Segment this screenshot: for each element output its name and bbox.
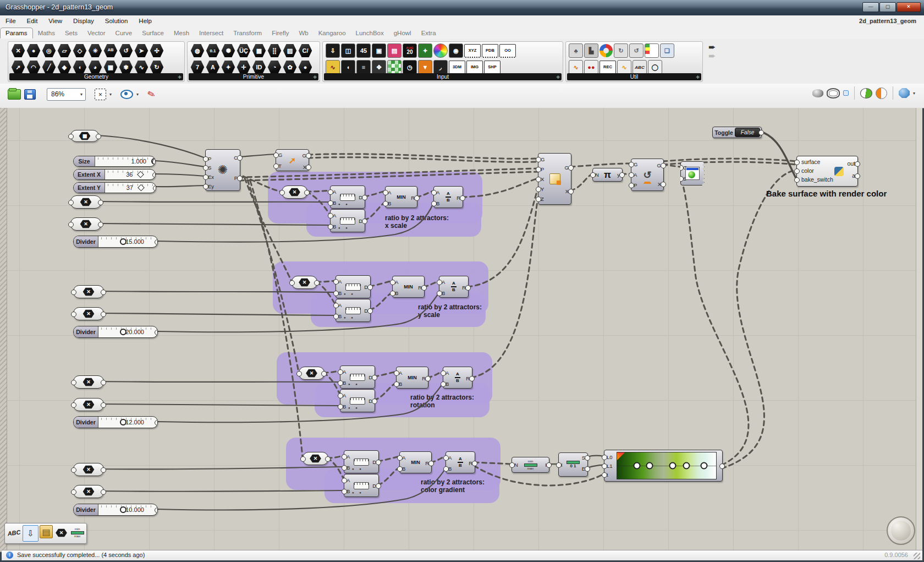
chevron-down-icon[interactable]: ▾ — [109, 92, 112, 97]
component-icon[interactable]: A — [206, 60, 220, 74]
distance[interactable]: ABD● ● — [336, 275, 371, 298]
component-icon[interactable]: ∿ — [326, 60, 340, 74]
distance[interactable]: ABD● ● — [330, 209, 365, 232]
in-port[interactable] — [300, 456, 306, 462]
in-port[interactable] — [296, 371, 302, 377]
component-icon[interactable]: ◖ — [341, 60, 355, 74]
gradient-control[interactable]: L0L1t — [604, 450, 723, 482]
tab-lunchbox[interactable]: LunchBox — [351, 28, 389, 38]
division[interactable]: ABRAB — [439, 276, 469, 298]
in-port[interactable] — [71, 489, 76, 495]
menu-view[interactable]: View — [43, 15, 68, 26]
point-param-x[interactable]: ✕ — [299, 367, 324, 380]
panel-more-icon[interactable]: ✛ — [556, 74, 560, 81]
component-icon[interactable]: ↺ — [119, 43, 133, 58]
component-icon[interactable]: ◍ — [190, 43, 205, 58]
navigation-compass[interactable] — [887, 516, 915, 545]
point-param-x[interactable]: ✕ — [73, 463, 104, 476]
component-icon[interactable]: ◈ — [57, 60, 72, 74]
preview-selected-only-icon[interactable] — [860, 88, 872, 99]
menu-help[interactable]: Help — [133, 15, 157, 26]
tab-firefly[interactable]: Firefly — [267, 28, 294, 38]
division[interactable]: ABRAB — [446, 451, 475, 473]
slider-knob[interactable] — [120, 238, 127, 245]
point-param-x[interactable]: ✕ — [73, 485, 104, 498]
file-type-chip[interactable]: IMG — [466, 61, 483, 74]
out-port[interactable] — [101, 402, 106, 408]
tab-maths[interactable]: Maths — [33, 28, 60, 38]
gradient-grip[interactable] — [669, 462, 676, 470]
tab-wb[interactable]: Wb — [294, 28, 313, 38]
component-icon[interactable]: ▙ — [584, 43, 598, 58]
hex-grid[interactable]: PSExEyCP✺ — [205, 149, 240, 191]
preview-eye-icon[interactable] — [120, 90, 133, 99]
slider-track[interactable]: 12.000 — [98, 417, 157, 428]
gradient-grip[interactable] — [701, 462, 708, 470]
calendar-icon[interactable]: AUG20 — [403, 43, 417, 58]
in-port[interactable] — [71, 467, 76, 473]
pi-multiply[interactable]: Nyπ — [592, 168, 623, 182]
component-icon[interactable]: ◎ — [42, 43, 56, 58]
arrow-icon[interactable]: ➨ — [708, 52, 721, 60]
in-port[interactable] — [289, 280, 295, 286]
out-port[interactable] — [101, 380, 106, 385]
component-icon[interactable]: ❏ — [660, 43, 674, 58]
component-icon[interactable]: ◞ — [433, 60, 448, 74]
component-icon[interactable]: ↺ — [629, 43, 644, 58]
file-type-chip[interactable]: 3DM — [449, 61, 465, 74]
definition-canvas[interactable]: ratio by 2 attractors:x scaleratio by 2 … — [7, 108, 916, 552]
slider-track[interactable]: 1.000 — [95, 156, 155, 166]
file-type-chip[interactable]: XYZ — [464, 44, 481, 58]
component-icon[interactable]: ◕ — [88, 60, 102, 74]
tab-curve[interactable]: Curve — [111, 28, 138, 38]
in-port[interactable] — [279, 190, 285, 195]
slider-divider[interactable]: Divider12.000 — [73, 416, 158, 428]
box-transform[interactable]: GPXYZGX — [538, 153, 571, 205]
out-port[interactable] — [314, 280, 320, 286]
preview-wireframe-icon[interactable] — [827, 88, 840, 99]
panel-more-icon[interactable]: ✛ — [178, 74, 182, 81]
menu-solution[interactable]: Solution — [100, 15, 134, 26]
component-icon[interactable]: ▤ — [387, 43, 402, 58]
point-param-x[interactable]: ✕ — [292, 276, 317, 289]
tab-vector[interactable]: Vector — [82, 28, 111, 38]
out-port[interactable] — [101, 489, 106, 495]
distance[interactable]: ABD● ● — [340, 365, 375, 389]
component-icon[interactable]: ⣿ — [267, 43, 282, 58]
minmax-favorite-icon[interactable]: minmax — [70, 525, 85, 541]
toggle-value[interactable]: False — [735, 128, 760, 137]
component-icon[interactable]: ✦ — [221, 60, 235, 74]
component-icon[interactable]: ✣ — [150, 43, 164, 58]
out-port[interactable] — [325, 456, 331, 462]
minimum[interactable]: ABRMIN — [396, 367, 428, 389]
component-icon[interactable]: ▨ — [283, 43, 297, 58]
menu-display[interactable]: Display — [68, 15, 100, 26]
in-port[interactable] — [71, 402, 76, 408]
slider-extent-y[interactable]: Extent Y37 — [73, 182, 156, 193]
file-type-chip[interactable]: OO — [499, 44, 516, 58]
panel-more-icon[interactable]: ✛ — [696, 74, 700, 81]
in-port[interactable] — [68, 222, 74, 227]
component-icon[interactable]: ◠ — [26, 60, 41, 74]
component-icon[interactable]: ✦ — [418, 43, 432, 58]
in-port[interactable] — [68, 200, 74, 205]
distance[interactable]: ABD● ● — [330, 185, 365, 209]
component-icon[interactable]: ◫ — [341, 43, 355, 58]
component-icon[interactable]: ╱ — [42, 60, 56, 74]
component-icon[interactable]: ♣ — [569, 43, 583, 58]
hexx-favorite-icon[interactable]: ✕ — [54, 525, 69, 541]
component-icon[interactable]: ᴬᴮ — [103, 43, 118, 58]
file-type-chip[interactable]: SHP — [484, 61, 501, 74]
save-file-icon[interactable] — [24, 89, 36, 100]
panel-more-icon[interactable]: ✛ — [313, 74, 317, 81]
component-icon[interactable]: C/ — [298, 43, 312, 58]
component-icon[interactable]: ▣ — [372, 43, 386, 58]
component-icon[interactable]: ◷ — [403, 60, 417, 74]
slider-knob[interactable] — [120, 329, 127, 335]
python-script[interactable]: surfacecolorbake_switchouta — [796, 156, 858, 187]
gradient-grip[interactable] — [683, 462, 690, 470]
out-port[interactable] — [855, 161, 860, 167]
deconstruct-domain[interactable]: ISE0 1 — [558, 452, 588, 477]
component-icon[interactable]: 45 — [356, 43, 371, 58]
geometry-param[interactable]: ▩ — [70, 130, 99, 142]
